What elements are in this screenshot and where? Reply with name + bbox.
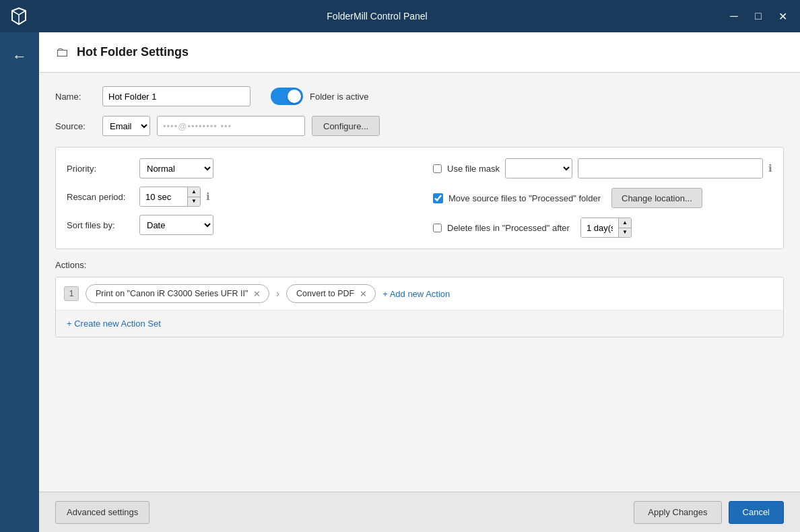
rescan-row: Rescan period: ▲ ▼ ℹ bbox=[67, 187, 406, 207]
back-button[interactable]: ← bbox=[6, 43, 33, 70]
priority-select[interactable]: Normal Low High bbox=[139, 158, 213, 178]
delete-files-checkbox[interactable] bbox=[433, 224, 442, 232]
file-mask-label: Use file mask bbox=[447, 164, 500, 174]
delete-row: Delete files in "Processed" after ▲ ▼ bbox=[433, 218, 772, 238]
action1-close-icon[interactable]: ✕ bbox=[253, 290, 261, 298]
action2-close-icon[interactable]: ✕ bbox=[360, 290, 367, 298]
sort-row: Sort files by: Date Name Size bbox=[67, 215, 406, 235]
days-up-button[interactable]: ▲ bbox=[619, 218, 631, 228]
rescan-up-button[interactable]: ▲ bbox=[188, 187, 200, 197]
name-label: Name: bbox=[55, 92, 96, 102]
sub-grid: Priority: Normal Low High Rescan period: bbox=[67, 158, 772, 238]
sort-label: Sort files by: bbox=[67, 220, 134, 230]
page-title: Hot Folder Settings bbox=[77, 45, 189, 59]
name-row: Name: Folder is active bbox=[55, 86, 784, 106]
sidebar: ← bbox=[0, 32, 39, 532]
move-source-label: Move source files to "Processed" folder bbox=[448, 193, 601, 203]
change-location-button[interactable]: Change location... bbox=[611, 188, 702, 208]
action1-label: Print on "Canon iR C3000 Series UFR II" bbox=[96, 289, 248, 298]
priority-row: Priority: Normal Low High bbox=[67, 158, 406, 178]
actions-section: Actions: 1 Print on "Canon iR C3000 Seri… bbox=[55, 260, 784, 337]
move-source-checkbox[interactable] bbox=[433, 193, 443, 203]
email-input[interactable] bbox=[157, 116, 305, 136]
add-action-button[interactable]: + Add new Action bbox=[382, 289, 450, 299]
rescan-down-button[interactable]: ▼ bbox=[188, 197, 200, 207]
footer: Advanced settings Apply Changes Cancel bbox=[39, 492, 800, 532]
close-button[interactable]: ✕ bbox=[773, 7, 792, 26]
footer-right: Apply Changes Cancel bbox=[634, 501, 784, 524]
rescan-input[interactable] bbox=[140, 187, 187, 206]
toggle-label: Folder is active bbox=[310, 92, 368, 102]
days-spinner-btns: ▲ ▼ bbox=[618, 218, 631, 237]
toggle-container: Folder is active bbox=[271, 88, 368, 105]
sub-settings-panel: Priority: Normal Low High Rescan period: bbox=[55, 147, 784, 249]
priority-label: Priority: bbox=[67, 164, 134, 174]
days-spinner: ▲ ▼ bbox=[580, 218, 632, 238]
window-controls: ─ □ ✕ bbox=[725, 7, 792, 26]
advanced-settings-button[interactable]: Advanced settings bbox=[55, 501, 149, 524]
source-select[interactable]: Email Folder FTP bbox=[102, 116, 150, 136]
settings-area: Name: Folder is active Source: Email Fol… bbox=[39, 73, 800, 492]
active-toggle[interactable] bbox=[271, 88, 303, 105]
rescan-spinner-btns: ▲ ▼ bbox=[187, 187, 200, 206]
folder-icon: 🗀 bbox=[55, 44, 69, 60]
name-input[interactable] bbox=[102, 86, 251, 106]
rescan-spinner: ▲ ▼ bbox=[139, 187, 201, 207]
left-column: Priority: Normal Low High Rescan period: bbox=[67, 158, 406, 238]
content-area: 🗀 Hot Folder Settings Name: Folder is ac… bbox=[39, 32, 800, 532]
actions-label: Actions: bbox=[55, 260, 784, 270]
window-title: FolderMill Control Panel bbox=[30, 11, 725, 22]
rescan-info-icon[interactable]: ℹ bbox=[206, 191, 210, 203]
configure-button[interactable]: Configure... bbox=[312, 116, 380, 136]
days-down-button[interactable]: ▼ bbox=[619, 228, 631, 238]
rescan-label: Rescan period: bbox=[67, 192, 134, 202]
delete-files-label: Delete files in "Processed" after bbox=[447, 223, 570, 233]
source-label: Source: bbox=[55, 121, 96, 131]
file-mask-checkbox[interactable] bbox=[433, 164, 442, 173]
move-source-row: Move source files to "Processed" folder … bbox=[433, 188, 772, 208]
file-mask-input[interactable] bbox=[578, 158, 763, 178]
file-mask-row: Use file mask *.pdf *.docx ℹ bbox=[433, 158, 772, 178]
apply-changes-button[interactable]: Apply Changes bbox=[634, 501, 721, 524]
file-mask-select[interactable]: *.pdf *.docx bbox=[505, 158, 572, 178]
create-action-set-button[interactable]: + Create new Action Set bbox=[67, 319, 161, 329]
minimize-button[interactable]: ─ bbox=[725, 7, 743, 26]
create-action-set-row: + Create new Action Set bbox=[56, 310, 783, 337]
days-input[interactable] bbox=[581, 218, 618, 237]
action-set-number: 1 bbox=[64, 286, 79, 301]
file-mask-info-icon[interactable]: ℹ bbox=[768, 162, 772, 174]
source-row: Source: Email Folder FTP Configure... bbox=[55, 116, 784, 136]
sort-select[interactable]: Date Name Size bbox=[139, 215, 213, 235]
app-logo bbox=[8, 5, 30, 27]
actions-container: 1 Print on "Canon iR C3000 Series UFR II… bbox=[55, 277, 784, 337]
right-column: Use file mask *.pdf *.docx ℹ bbox=[433, 158, 772, 238]
action1-pill[interactable]: Print on "Canon iR C3000 Series UFR II" … bbox=[86, 284, 269, 303]
page-header: 🗀 Hot Folder Settings bbox=[39, 32, 800, 73]
action-set-row: 1 Print on "Canon iR C3000 Series UFR II… bbox=[56, 277, 783, 310]
cancel-button[interactable]: Cancel bbox=[729, 501, 784, 524]
action-arrow-icon: › bbox=[276, 288, 279, 299]
main-window: ← 🗀 Hot Folder Settings Name: Folder is … bbox=[0, 32, 800, 532]
maximize-button[interactable]: □ bbox=[749, 7, 768, 26]
title-bar: FolderMill Control Panel ─ □ ✕ bbox=[0, 0, 800, 32]
action2-label: Convert to PDF bbox=[296, 289, 354, 298]
action2-pill[interactable]: Convert to PDF ✕ bbox=[286, 284, 376, 303]
